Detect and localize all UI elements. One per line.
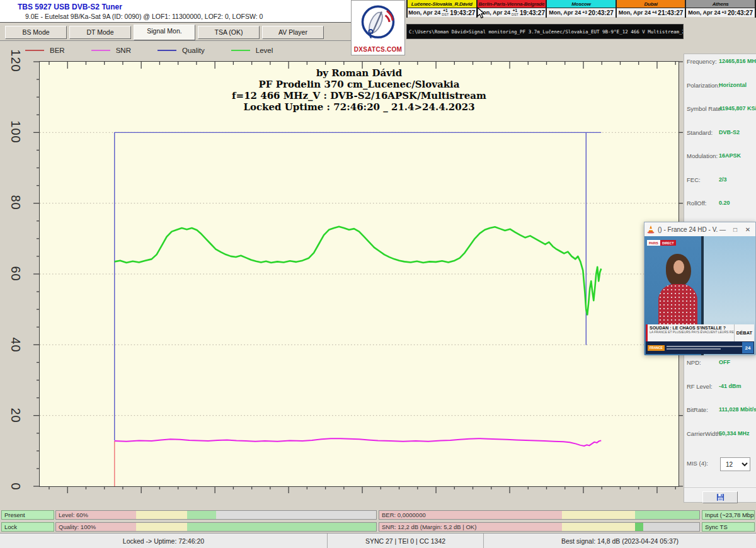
tuner-subtitle: 9.0E - Eutelsat 9B/Ka-Sat 9A (ID: 0090) …	[25, 13, 263, 20]
mis-select[interactable]: 12	[720, 457, 750, 471]
tab-signal-mon-[interactable]: Signal Mon.	[134, 25, 195, 40]
tab-tsa-ok-[interactable]: TSA (OK)	[198, 26, 260, 39]
clock-moscow: Moscow Mon, Apr 24 +3 20:43:27	[547, 0, 617, 18]
live-badge-show: PARIS	[647, 240, 660, 246]
y-tick-0: 0	[8, 473, 23, 501]
statusbar: Locked -> Uptime: 72:46:20 SYNC 27 | TEI…	[0, 533, 756, 548]
save-button[interactable]	[702, 491, 738, 503]
tab-bar: BS ModeDT ModeSignal Mon.TSA (OK)AV Play…	[0, 23, 351, 41]
legend-swatch	[158, 50, 176, 51]
legend-item-ber: BER	[25, 47, 65, 54]
gauge-bar-ber: BER: 0,0000000	[379, 510, 700, 520]
dxsatcs-logo: DXSATCS.COM	[351, 0, 405, 55]
news-headline: SOUDAN : LE CHAOS S'INSTALLE ?	[650, 326, 734, 330]
vlc-titlebar[interactable]: () - France 24 HD - V... — □ ✕	[644, 222, 755, 236]
param-fec: FEC: 2/3	[684, 174, 756, 186]
param-rf-level: RF Level: -41 dBm	[684, 380, 756, 393]
tab-bs-mode[interactable]: BS Mode	[5, 26, 67, 39]
gauge-bar-quality: Quality: 100%	[55, 522, 377, 532]
news-banner: SOUDAN : LE CHAOS S'INSTALLE ? LA FRANCE…	[646, 324, 754, 341]
vlc-window[interactable]: () - France 24 HD - V... — □ ✕ PARIS DIR…	[644, 222, 756, 355]
vlc-title: () - France 24 HD - V...	[658, 226, 718, 233]
vlc-cone-icon	[646, 225, 655, 234]
gauge-row2: LockQuality: 100%SNR: 12,2 dB (Margin: 5…	[0, 522, 756, 532]
app-header: TBS 5927 USB DVB-S2 Tuner 9.0E - Eutelsa…	[0, 0, 351, 23]
chart-annotation-line: PF Prodelin 370 cm_Lucenec/Slovakia	[39, 79, 679, 90]
live-badges: PARIS DIRECT	[647, 240, 676, 246]
news-tag: DÉBAT	[734, 324, 754, 341]
param-standard: Standard: DVB-S2	[684, 127, 756, 139]
gauge-bar-level: Level: 60%	[55, 510, 377, 520]
statusbar-sync: SYNC 27 | TEI 0 | CC 1342	[328, 534, 484, 548]
badge-input-23-78-mbps-: Input (~23,78 Mbps)	[702, 510, 755, 520]
signal-chart: 020406080100120 by Roman DávidPF Prodeli…	[0, 60, 682, 506]
mis-row: MIS (4): 12	[684, 457, 756, 474]
legend-item-level: Level	[231, 47, 273, 54]
news-ticker: FRANCE 24	[646, 341, 754, 354]
param-modulation: Modulation: 16APSK	[684, 150, 756, 163]
signal-gauges: PresentLevel: 60%BER: 0,0000000Input (~2…	[0, 510, 756, 533]
y-tick-20: 20	[8, 402, 23, 430]
clock-athens: Athens Mon, Apr 24 +3 20:43:27	[686, 0, 756, 18]
clock-lu-enec-slovakia-r-d-vid: Lučenec-Slovakia_R.Dávid Mon, Apr 24 +1D…	[408, 0, 478, 18]
badge-present: Present	[1, 510, 54, 520]
satellite-dish-icon	[356, 3, 400, 42]
sidebar-divider	[684, 488, 756, 489]
y-tick-80: 80	[8, 189, 23, 217]
vlc-minimize-button[interactable]: —	[718, 226, 728, 233]
mis-label: MIS (4):	[687, 460, 708, 467]
param-npd: NPD: OFF	[684, 357, 756, 369]
news-subheadline: LA FRANCE ET PLUSIEURS PAYS ÉVACUENT LEU…	[650, 330, 734, 334]
mouse-cursor	[477, 7, 485, 19]
chart-annotation-line: Locked Uptime : 72:46:20 _ 21.4>24.4.202…	[39, 101, 679, 113]
gauge-bar-snr: SNR: 12,2 dB (Margin: 5,2 dB | OK)	[379, 522, 700, 532]
plot-area	[39, 61, 679, 487]
param-symbol-rate: Symbol Rate: 41945,807 KS/s	[684, 103, 756, 115]
live-badge-direct: DIRECT	[660, 240, 676, 246]
news-anchor-dress	[658, 284, 697, 324]
ticker-label: FRANCE	[648, 345, 665, 351]
y-tick-40: 40	[8, 331, 23, 358]
terminal-command: C:\Users\Roman Dávid>Signal monitoring_P…	[409, 29, 684, 35]
legend-item-snr: SNR	[91, 47, 131, 54]
legend-item-quality: Quality	[158, 47, 205, 54]
terminal-window[interactable]: C:\Users\Roman Dávid>Signal monitoring_P…	[406, 24, 684, 39]
vlc-close-button[interactable]: ✕	[743, 226, 753, 233]
clock-dubai: Dubai Mon, Apr 24 +4 21:43:27	[617, 0, 687, 18]
gauge-row1: PresentLevel: 60%BER: 0,0000000Input (~2…	[0, 510, 756, 520]
news-anchor-face	[673, 260, 684, 274]
tab-av-player[interactable]: AV Player	[262, 26, 324, 39]
y-tick-100: 100	[8, 118, 23, 146]
legend-swatch	[231, 50, 250, 51]
window-title: TBS 5927 USB DVB-S2 Tuner	[18, 3, 122, 11]
badge-sync-ts: Sync TS	[702, 522, 755, 532]
ticker-text-lines	[667, 344, 742, 351]
statusbar-uptime: Locked -> Uptime: 72:46:20	[0, 534, 328, 548]
param-carrierwidth: CarrierWidth: 50,334 MHz	[684, 428, 756, 440]
param-polarization: Polarization: Horizontal	[684, 79, 756, 92]
param-frequency: Frequency: 12465,816 MHz	[684, 55, 756, 68]
legend-swatch	[25, 50, 44, 51]
vlc-maximize-button[interactable]: □	[730, 226, 740, 233]
save-icon	[716, 493, 724, 501]
legend-swatch	[91, 50, 110, 51]
signal-traces	[40, 62, 679, 486]
chart-annotation-line: f=12 466 MHz_V : DVB-S2/16APSK/Multistre…	[39, 90, 679, 101]
france24-logo: 24	[742, 342, 753, 353]
y-tick-120: 120	[8, 47, 23, 75]
world-clocks: Lučenec-Slovakia_R.Dávid Mon, Apr 24 +1D…	[406, 0, 756, 18]
chart-legend: BERSNRQualityLevel	[25, 43, 299, 57]
statusbar-best-signal: Best signal: 14,8 dB (2023-04-24 05:37)	[484, 534, 756, 548]
logo-text: DXSATCS.COM	[352, 46, 404, 53]
y-tick-60: 60	[8, 260, 23, 288]
param-rolloff: RollOff: 0.20	[684, 197, 756, 210]
param-bitrate: BitRate: 111,028 Mbit/s	[684, 404, 756, 416]
badge-lock: Lock	[1, 522, 54, 532]
chart-annotation-line: by Roman Dávid	[39, 67, 679, 79]
vlc-video[interactable]: PARIS DIRECT SOUDAN : LE CHAOS S'INSTALL…	[644, 236, 755, 355]
tab-dt-mode[interactable]: DT Mode	[69, 26, 131, 39]
chart-annotation: by Roman DávidPF Prodelin 370 cm_Lucenec…	[39, 67, 679, 113]
clock-berlin-paris-vienna-belg: Berlin-Paris-Vienna-Belgrade Mon, Apr 24…	[478, 0, 547, 18]
